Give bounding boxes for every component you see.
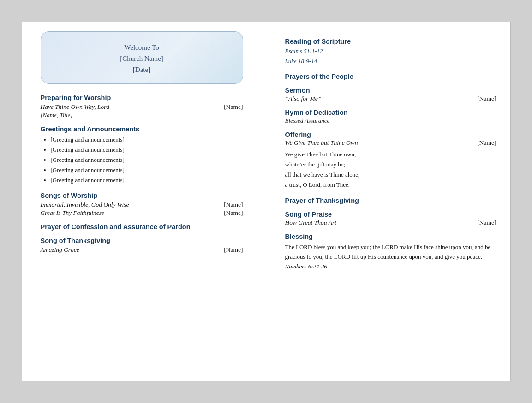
offering-verse: We give Thee but Thine own, whate’er the…	[285, 149, 496, 190]
greetings-list: [Greeting and announcements] [Greeting a…	[51, 135, 243, 185]
song-thanksgiving-row: Amazing Grace [Name]	[41, 246, 243, 254]
bulletin-page: Welcome To [Church Name] [Date] Preparin…	[22, 22, 511, 381]
greeting-item-1: [Greeting and announcements]	[51, 135, 243, 145]
hymn-dedication-song: Blessed Assurance	[285, 117, 496, 124]
welcome-line2: [Church Name]	[50, 53, 233, 64]
heading-reading: Reading of Scripture	[285, 38, 496, 45]
verse-line3: all that we have is Thine alone,	[285, 171, 360, 178]
heading-song-praise: Song of Praise	[285, 211, 496, 218]
songs-worship-song2: Great Is Thy Faithfulness	[41, 209, 104, 217]
heading-hymn-dedication: Hymn of Dedication	[285, 109, 496, 116]
greeting-item-4: [Greeting and announcements]	[51, 165, 243, 175]
sermon-title: “Also for Me”	[285, 95, 322, 102]
welcome-box: Welcome To [Church Name] [Date]	[41, 31, 243, 84]
song-praise-row: How Great Thou Art [Name]	[285, 219, 496, 226]
sermon-title-row: “Also for Me” [Name]	[285, 95, 496, 102]
song-thanksgiving-name: Amazing Grace	[41, 246, 79, 254]
greeting-item-3: [Greeting and announcements]	[51, 155, 243, 165]
offering-song-row: We Give Thee but Thine Own [Name]	[285, 139, 496, 147]
greeting-item-2: [Greeting and announcements]	[51, 145, 243, 155]
song-praise-placeholder: [Name]	[477, 219, 496, 226]
left-panel: Welcome To [Church Name] [Date] Preparin…	[22, 22, 257, 381]
greeting-item-5: [Greeting and announcements]	[51, 175, 243, 185]
songs-worship-song1: Immortal, Invisible, God Only Wise	[41, 201, 129, 208]
blessing-ref: Numbers 6:24-26	[285, 263, 327, 270]
blessing-text: The LORD bless you and keep you; the LOR…	[285, 242, 496, 272]
heading-songs-worship: Songs of Worship	[41, 192, 243, 199]
heading-prayer-confession: Prayer of Confession and Assurance of Pa…	[41, 223, 243, 231]
heading-preparing: Preparing for Worship	[41, 94, 243, 101]
divider-col	[257, 22, 271, 381]
heading-blessing: Blessing	[285, 233, 496, 240]
scripture-ref1: Psalms 51:1-12	[285, 46, 496, 56]
heading-prayers: Prayers of the People	[285, 73, 496, 80]
heading-greetings: Greetings and Announcements	[41, 125, 243, 133]
songs-worship-name1: [Name]	[224, 201, 243, 208]
preparing-sublabel: [Name, Title]	[41, 112, 243, 119]
preparing-song-name: Have Thine Own Way, Lord	[41, 103, 109, 111]
songs-worship-name2: [Name]	[224, 209, 243, 217]
right-panel: Reading of Scripture Psalms 51:1-12 Luke…	[271, 22, 510, 381]
preparing-song-name-ph: [Name]	[224, 103, 243, 111]
songs-worship-row2: Great Is Thy Faithfulness [Name]	[41, 209, 243, 217]
heading-offering: Offering	[285, 131, 496, 138]
songs-worship-row1: Immortal, Invisible, God Only Wise [Name…	[41, 201, 243, 208]
heading-prayer-thanksgiving: Prayer of Thanksgiving	[285, 197, 496, 204]
heading-song-thanksgiving: Song of Thanksgiving	[41, 237, 243, 244]
verse-line2: whate’er the gift may be;	[285, 161, 346, 168]
sermon-name: [Name]	[477, 95, 496, 102]
song-praise-name: How Great Thou Art	[285, 219, 336, 226]
welcome-line3: [Date]	[50, 64, 233, 75]
offering-song-name: We Give Thee but Thine Own	[285, 139, 358, 147]
song-thanksgiving-placeholder: [Name]	[224, 246, 243, 254]
welcome-line1: Welcome To	[50, 42, 233, 53]
verse-line4: a trust, O Lord, from Thee.	[285, 181, 350, 188]
blessing-content: The LORD bless you and keep you; the LOR…	[285, 243, 491, 260]
preparing-song-row: Have Thine Own Way, Lord [Name]	[41, 103, 243, 111]
offering-name: [Name]	[477, 139, 496, 147]
scripture-ref2: Luke 18:9-14	[285, 56, 496, 66]
verse-line1: We give Thee but Thine own,	[285, 151, 356, 158]
heading-sermon: Sermon	[285, 87, 496, 94]
